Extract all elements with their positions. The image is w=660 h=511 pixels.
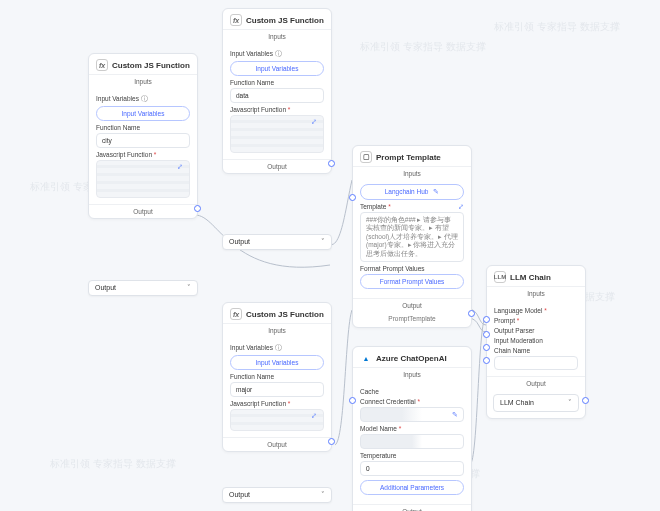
output-select-value: Output	[95, 284, 116, 292]
function-name-input[interactable]: major	[230, 382, 324, 397]
chevron-down-icon: ˅	[321, 238, 325, 246]
output-select[interactable]: LLM Chain˅	[493, 394, 579, 412]
section-inputs: Inputs	[223, 29, 331, 43]
label-temperature: Temperature	[360, 452, 397, 459]
label-js-function: Javascript Function	[96, 151, 152, 158]
label-input-moderation: Input Moderation	[494, 337, 578, 344]
chain-icon: LLM	[494, 271, 506, 283]
label-js-function: Javascript Function	[230, 106, 286, 113]
expand-icon[interactable]: ⤢	[311, 412, 317, 420]
section-output: Output	[223, 437, 331, 451]
node-custom-js-data[interactable]: fx Custom JS Function Inputs Input Varia…	[222, 8, 332, 174]
output-select-value: LLM Chain	[500, 399, 534, 407]
chevron-down-icon: ˅	[568, 399, 572, 407]
fx-icon: fx	[96, 59, 108, 71]
label-format-prompt: Format Prompt Values	[360, 265, 464, 272]
langchain-hub-button[interactable]: Langchain Hub ✎	[360, 184, 464, 200]
input-variables-button[interactable]: Input Variables	[230, 61, 324, 76]
section-inputs: Inputs	[223, 323, 331, 337]
label-function-name: Function Name	[96, 124, 190, 131]
label-output-parser: Output Parser	[494, 327, 578, 334]
model-name-input[interactable]	[360, 434, 464, 449]
info-icon: ⓘ	[275, 50, 282, 57]
info-icon: ⓘ	[275, 344, 282, 351]
node-prompt-template[interactable]: ▢ Prompt Template Inputs Langchain Hub ✎…	[352, 145, 472, 328]
node-azure-chatopenai[interactable]: ▲ Azure ChatOpenAI Inputs Cache Connect …	[352, 346, 472, 511]
node-llm-chain[interactable]: LLM LLM Chain Inputs Language Model * Pr…	[486, 265, 586, 419]
expand-icon[interactable]: ⤢	[177, 163, 183, 171]
section-output: Output	[89, 204, 197, 218]
code-editor[interactable]: ⤢	[230, 409, 324, 431]
code-editor[interactable]: ⤢	[230, 115, 324, 153]
node-custom-js-city[interactable]: fx Custom JS Function Inputs Input Varia…	[88, 53, 198, 219]
section-output: Output	[353, 504, 471, 511]
label-cache: Cache	[360, 388, 464, 395]
chevron-down-icon: ˅	[321, 491, 325, 499]
label-function-name: Function Name	[230, 373, 324, 380]
edit-icon[interactable]: ✎	[452, 411, 458, 419]
node-title: Custom JS Function	[246, 310, 324, 319]
label-input-variables: Input Variables	[230, 50, 273, 57]
label-template: Template	[360, 203, 386, 210]
edit-icon: ✎	[433, 188, 439, 195]
credential-input[interactable]: ✎	[360, 407, 464, 422]
code-editor[interactable]: ⤢	[96, 160, 190, 198]
output-select[interactable]: Output˅	[222, 234, 332, 250]
label-language-model: Language Model	[494, 307, 542, 314]
function-name-input[interactable]: data	[230, 88, 324, 103]
info-icon: ⓘ	[141, 95, 148, 102]
prompt-icon: ▢	[360, 151, 372, 163]
section-inputs: Inputs	[353, 166, 471, 180]
fx-icon: fx	[230, 14, 242, 26]
function-name-input[interactable]: city	[96, 133, 190, 148]
expand-icon[interactable]: ⤢	[311, 118, 317, 126]
label-credential: Connect Credential	[360, 398, 416, 405]
additional-parameters-button[interactable]: Additional Parameters	[360, 480, 464, 495]
input-variables-button[interactable]: Input Variables	[96, 106, 190, 121]
label-prompt: Prompt	[494, 317, 515, 324]
node-title: Custom JS Function	[246, 16, 324, 25]
node-title: Prompt Template	[376, 153, 441, 162]
node-title: LLM Chain	[510, 273, 551, 282]
azure-icon: ▲	[360, 352, 372, 364]
output-select[interactable]: Output˅	[222, 487, 332, 503]
fx-icon: fx	[230, 308, 242, 320]
section-inputs: Inputs	[89, 74, 197, 88]
output-select[interactable]: Output˅	[88, 280, 198, 296]
output-select-value: Output	[229, 238, 250, 246]
section-inputs: Inputs	[353, 367, 471, 381]
node-title: Custom JS Function	[112, 61, 190, 70]
label-input-variables: Input Variables	[96, 95, 139, 102]
section-output: Output	[223, 159, 331, 173]
template-textarea[interactable]: ###你的角色### ▸ 请参与事实核查的新闻专家。▸ 有望(school)人才…	[360, 212, 464, 262]
node-custom-js-major[interactable]: fx Custom JS Function Inputs Input Varia…	[222, 302, 332, 452]
input-variables-button[interactable]: Input Variables	[230, 355, 324, 370]
label-chain-name: Chain Name	[494, 347, 578, 354]
label-js-function: Javascript Function	[230, 400, 286, 407]
label-function-name: Function Name	[230, 79, 324, 86]
label-input-variables: Input Variables	[230, 344, 273, 351]
section-output: Output	[487, 376, 585, 390]
label-model-name: Model Name	[360, 425, 397, 432]
expand-icon[interactable]: ⤢	[458, 203, 464, 211]
output-select-value: Output	[229, 491, 250, 499]
format-prompt-values-button[interactable]: Format Prompt Values	[360, 274, 464, 289]
node-title: Azure ChatOpenAI	[376, 354, 447, 363]
node-type-label: PromptTemplate	[353, 312, 471, 327]
temperature-input[interactable]: 0	[360, 461, 464, 476]
chevron-down-icon: ˅	[187, 284, 191, 292]
section-output: Output	[353, 298, 471, 312]
section-inputs: Inputs	[487, 286, 585, 300]
chain-name-input[interactable]	[494, 356, 578, 370]
